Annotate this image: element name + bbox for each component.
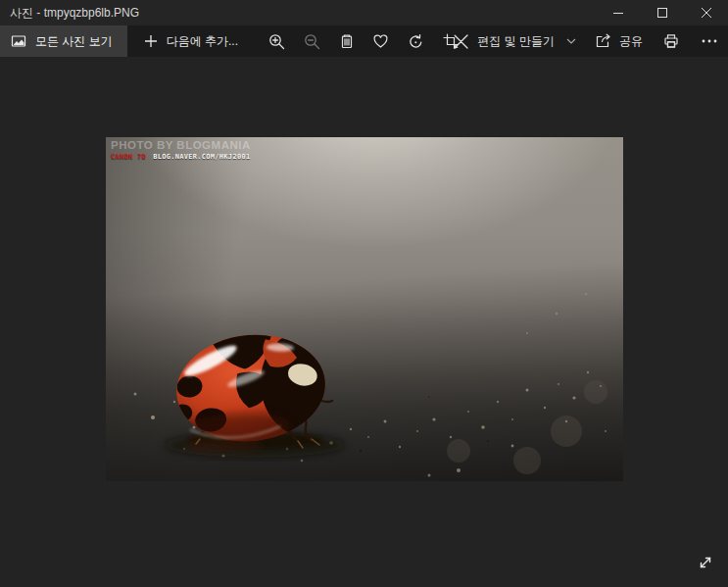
add-icon [144, 34, 158, 48]
zoom-in-button[interactable] [267, 25, 287, 57]
close-button[interactable] [684, 0, 728, 25]
rotate-button[interactable] [406, 25, 426, 57]
view-all-photos-icon [11, 33, 26, 49]
share-icon [595, 33, 611, 49]
see-more-button[interactable] [700, 25, 719, 57]
share-button[interactable]: 공유 [595, 25, 643, 57]
edit-create-icon [453, 33, 469, 50]
photo-canvas[interactable]: PHOTO BY BLOGMANIA CANON 7DBLOG.NAVER.CO… [106, 137, 623, 481]
toolbar-center-group [267, 25, 461, 57]
fullscreen-button[interactable] [691, 548, 720, 577]
print-button[interactable] [661, 25, 681, 57]
ladybug-subject [157, 329, 353, 462]
photos-app-window: 사진 - tmpyqzbp6lb.PNG 모든 사진 보기 [0, 0, 728, 587]
see-more-icon [702, 39, 717, 43]
favorite-icon [372, 33, 389, 49]
watermark-credit: CANON 7DBLOG.NAVER.COM/HKJ2001 [111, 154, 251, 162]
delete-icon [339, 33, 355, 49]
edit-create-label: 편집 및 만들기 [477, 33, 555, 50]
watermark-camera: CANON 7D [111, 153, 146, 161]
rotate-icon [408, 33, 424, 50]
zoom-in-icon [268, 33, 285, 50]
share-label: 공유 [619, 33, 643, 50]
close-icon [702, 8, 711, 18]
command-bar: 모든 사진 보기 다음에 추가... [0, 25, 728, 57]
favorite-button[interactable] [370, 25, 391, 57]
maximize-button[interactable] [640, 0, 684, 25]
titlebar: 사진 - tmpyqzbp6lb.PNG [0, 0, 728, 25]
view-all-photos-label: 모든 사진 보기 [35, 33, 113, 50]
delete-button[interactable] [337, 25, 357, 57]
zoom-out-icon [304, 33, 320, 50]
toolbar-left-group: 모든 사진 보기 다음에 추가... [0, 25, 251, 57]
photo-watermark: PHOTO BY BLOGMANIA CANON 7DBLOG.NAVER.CO… [111, 139, 251, 161]
add-to-label: 다음에 추가... [167, 33, 238, 50]
watermark-author: PHOTO BY BLOGMANIA [111, 139, 251, 152]
fullscreen-icon [698, 555, 713, 570]
view-all-photos-button[interactable]: 모든 사진 보기 [0, 25, 127, 57]
minimize-icon [613, 8, 623, 18]
chevron-down-icon [566, 38, 576, 44]
maximize-icon [657, 8, 667, 18]
toolbar-right-group: 편집 및 만들기 공유 [453, 25, 719, 57]
window-controls [596, 0, 728, 25]
zoom-out-button[interactable] [302, 25, 322, 57]
photo-viewer-area: PHOTO BY BLOGMANIA CANON 7DBLOG.NAVER.CO… [0, 57, 728, 587]
window-title: 사진 - tmpyqzbp6lb.PNG [0, 5, 596, 22]
print-icon [663, 33, 679, 49]
minimize-button[interactable] [596, 0, 640, 25]
watermark-url: BLOG.NAVER.COM/HKJ2001 [153, 153, 250, 161]
edit-create-button[interactable]: 편집 및 만들기 [453, 25, 576, 57]
add-to-button[interactable]: 다음에 추가... [131, 25, 251, 57]
